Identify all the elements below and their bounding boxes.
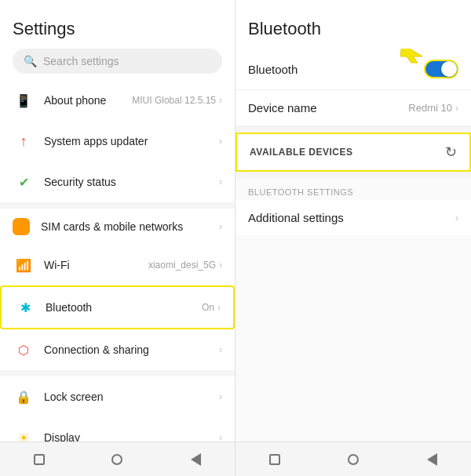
about-phone-icon: 📱	[13, 89, 35, 111]
nav-square-icon	[34, 454, 45, 465]
nav-square-left[interactable]	[31, 452, 47, 467]
refresh-icon[interactable]: ↻	[445, 144, 457, 161]
nav-circle-right[interactable]	[345, 452, 361, 467]
sim-label: SIM cards & mobile networks	[41, 220, 219, 233]
sim-chevron: ›	[219, 221, 222, 232]
bluetooth-title: Bluetooth	[248, 19, 458, 39]
sidebar-item-connection[interactable]: ⬡ Connection & sharing ›	[0, 329, 235, 370]
lock-icon: 🔒	[13, 386, 35, 408]
device-name-row[interactable]: Device name Redmi 10 ›	[236, 90, 471, 126]
bluetooth-panel: Bluetooth Bluetooth Device name Redmi 10	[236, 0, 471, 476]
bluetooth-toggle-row: Bluetooth	[236, 49, 471, 90]
wifi-chevron: ›	[219, 260, 222, 271]
sidebar-item-lock-screen[interactable]: 🔒 Lock screen ›	[0, 376, 235, 417]
bluetooth-icon: ✱	[14, 296, 36, 318]
nav-triangle-icon	[191, 453, 201, 466]
sidebar-item-sim-cards[interactable]: SIM cards & mobile networks ›	[0, 209, 235, 245]
toggle-thumb	[441, 61, 457, 77]
display-chevron: ›	[219, 432, 222, 441]
bluetooth-settings-label: BLUETOOTH SETTINGS	[236, 178, 471, 200]
additional-settings-chevron: ›	[455, 213, 458, 223]
sidebar-item-security-status[interactable]: ✔ Security status ›	[0, 162, 235, 202]
display-icon: ☀	[13, 427, 35, 441]
bluetooth-chevron: ›	[217, 302, 221, 313]
available-devices-label: AVAILABLE DEVICES	[250, 147, 445, 158]
security-icon: ✔	[13, 171, 35, 193]
nav-triangle-icon-right	[427, 453, 437, 466]
search-input[interactable]: Search settings	[43, 55, 119, 67]
yellow-arrow-icon	[400, 49, 429, 64]
wifi-label: Wi-Fi	[44, 259, 148, 271]
sidebar-item-bluetooth[interactable]: ✱ Bluetooth On ›	[0, 285, 235, 329]
toggle-track	[424, 60, 458, 78]
divider-1	[0, 202, 235, 209]
about-phone-value: MIUI Global 12.5.15	[132, 95, 216, 106]
sidebar-item-display[interactable]: ☀ Display ›	[0, 417, 235, 441]
about-phone-chevron: ›	[219, 95, 222, 106]
search-icon: 🔍	[24, 55, 37, 67]
device-name-label: Device name	[248, 101, 408, 114]
bluetooth-toggle-label: Bluetooth	[248, 63, 424, 76]
search-bar[interactable]: 🔍 Search settings	[13, 49, 222, 74]
security-chevron: ›	[219, 176, 222, 187]
system-apps-chevron: ›	[219, 136, 222, 147]
sidebar-item-about-phone[interactable]: 📱 About phone MIUI Global 12.5.15 ›	[0, 80, 235, 121]
sim-icon	[13, 218, 30, 235]
nav-back-right[interactable]	[424, 452, 440, 467]
display-label: Display	[44, 431, 219, 441]
connection-label: Connection & sharing	[44, 343, 219, 356]
settings-panel: Settings 🔍 Search settings 📱 About phone…	[0, 0, 236, 476]
bluetooth-value: On	[202, 302, 214, 313]
nav-circle-icon-right	[348, 454, 359, 465]
bluetooth-label: Bluetooth	[46, 301, 202, 314]
settings-list: 📱 About phone MIUI Global 12.5.15 › ↑ Sy…	[0, 80, 235, 441]
divider-2	[0, 370, 235, 376]
nav-square-right[interactable]	[267, 452, 283, 467]
wifi-value: xiaomi_desi_5G	[148, 260, 216, 271]
lock-label: Lock screen	[44, 391, 219, 403]
nav-square-icon-right	[269, 454, 280, 465]
security-label: Security status	[44, 176, 219, 188]
system-apps-label: System apps updater	[44, 135, 219, 147]
available-devices-header: AVAILABLE DEVICES ↻	[236, 133, 471, 172]
additional-settings-label: Additional settings	[248, 211, 455, 224]
device-name-value: Redmi 10	[408, 102, 452, 114]
wifi-icon: 📶	[13, 254, 35, 276]
toggle-arrow-wrapper	[424, 60, 458, 78]
sidebar-item-wifi[interactable]: 📶 Wi-Fi xiaomi_desi_5G ›	[0, 245, 235, 285]
nav-circle-icon	[111, 454, 122, 465]
nav-back-left[interactable]	[188, 452, 203, 467]
right-header: Bluetooth	[236, 0, 471, 49]
lock-chevron: ›	[219, 391, 222, 402]
device-name-chevron: ›	[455, 103, 458, 114]
bluetooth-toggle[interactable]	[424, 60, 458, 78]
left-bottom-nav	[0, 441, 235, 476]
left-header: Settings 🔍 Search settings	[0, 0, 235, 80]
connection-chevron: ›	[219, 344, 222, 355]
nav-circle-left[interactable]	[109, 452, 125, 467]
section-gap-2	[236, 172, 471, 178]
sidebar-item-system-apps[interactable]: ↑ System apps updater ›	[0, 121, 235, 162]
system-apps-icon: ↑	[13, 130, 35, 152]
svg-marker-0	[400, 49, 422, 63]
settings-title: Settings	[13, 19, 222, 39]
additional-settings-row[interactable]: Additional settings ›	[236, 200, 471, 235]
right-bottom-nav	[236, 441, 471, 476]
about-phone-label: About phone	[44, 94, 132, 107]
section-gap-1	[236, 126, 471, 133]
connection-icon: ⬡	[13, 339, 35, 361]
bluetooth-content: Bluetooth Device name Redmi 10 › A	[236, 49, 471, 441]
